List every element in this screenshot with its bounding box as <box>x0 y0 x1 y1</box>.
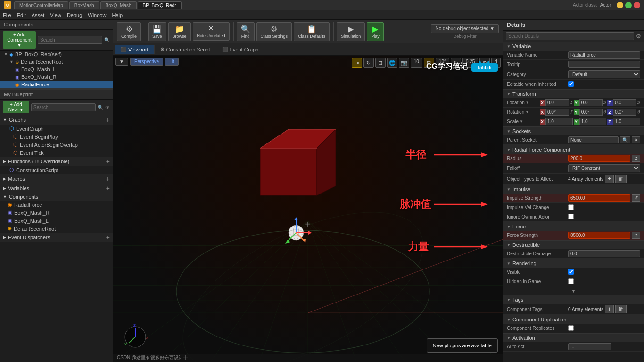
menu-file[interactable]: File <box>3 12 11 18</box>
settings-icon[interactable]: ⚙ <box>636 33 641 40</box>
components-bp-section[interactable]: ▼ Components <box>0 193 113 201</box>
impulse-strength-input[interactable] <box>568 194 630 202</box>
radius-reset-button[interactable]: ↺ <box>632 155 640 162</box>
destructible-damage-input[interactable] <box>568 250 640 257</box>
menu-view[interactable]: View <box>50 12 61 18</box>
tree-item-self[interactable]: ▼ ◆ BP_BoxQ_Red(self) <box>0 51 113 58</box>
variable-name-input[interactable] <box>568 51 640 59</box>
constructionscript-item[interactable]: ⬡ ConstructionScript <box>0 166 113 174</box>
reset-icon[interactable]: ↺ <box>569 100 573 105</box>
hide-unrelated-button[interactable]: 👁 Hide Unrelated <box>193 22 230 41</box>
blueprint-search-input[interactable] <box>31 103 96 111</box>
rendering-section-header[interactable]: ▼ Rendering <box>503 259 644 268</box>
find-button[interactable]: 🔍 Find <box>237 22 255 41</box>
play-button[interactable]: ▶ Play <box>367 22 384 41</box>
rotation-dropdown-arrow[interactable]: ▼ <box>525 110 529 114</box>
destructible-section-header[interactable]: ▼ Destructible <box>503 241 644 249</box>
eye-icon[interactable]: 👁 <box>105 105 110 110</box>
falloff-select[interactable]: RIF Constant <box>568 164 640 172</box>
simulation-button[interactable]: ▶ Simulation <box>337 22 365 41</box>
rotation-x-input[interactable] <box>545 109 569 116</box>
maximize-button[interactable] <box>625 2 632 8</box>
class-defaults-button[interactable]: 📋 Class Defaults <box>294 22 330 41</box>
construction-script-tab[interactable]: ⚙ Construction Script <box>155 45 216 54</box>
tab-motioncontrollermap[interactable]: MotionControllerMap <box>14 1 68 9</box>
location-z-input[interactable] <box>613 99 636 106</box>
menu-help[interactable]: Help <box>112 12 123 18</box>
rendering-expand-arrow[interactable]: ▼ <box>571 288 576 294</box>
tab-bpboxqredr[interactable]: BP_BoxQ_Redr <box>138 1 182 9</box>
transform-section-header[interactable]: ▼ Transform <box>503 90 644 98</box>
menu-window[interactable]: Window <box>88 12 106 18</box>
compile-button[interactable]: ⚙ Compile <box>117 22 141 41</box>
scale-x-input[interactable] <box>545 118 573 125</box>
remove-array-button[interactable]: 🗑 <box>615 175 627 183</box>
socket-search-button[interactable]: 🔍 <box>620 136 630 143</box>
rotate-button[interactable]: ↻ <box>363 58 374 68</box>
menu-asset[interactable]: Asset <box>32 12 45 18</box>
visible-checkbox[interactable] <box>568 269 574 275</box>
graphs-section[interactable]: ▼ Graphs + <box>0 115 113 125</box>
comp-defaultsceneroot[interactable]: ⊕ DefaultSceneRoot <box>0 225 113 233</box>
event-dispatchers-section[interactable]: ▶ Event Dispatchers + <box>0 233 113 242</box>
viewport-tab[interactable]: ⬛ Viewport <box>115 45 155 54</box>
scale-dropdown-arrow[interactable]: ▼ <box>520 119 523 124</box>
activation-section-header[interactable]: ▼ Activation <box>503 334 644 342</box>
reset-icon[interactable]: ↺ <box>569 109 573 115</box>
event-tick-item[interactable]: ⬡ Event Tick <box>0 149 113 157</box>
reset-icon[interactable]: ↺ <box>603 109 606 115</box>
ignore-owning-checkbox[interactable] <box>568 214 574 219</box>
variable-section-header[interactable]: ▼ Variable <box>503 42 644 51</box>
force-section-header[interactable]: ▼ Force <box>503 222 644 231</box>
functions-section[interactable]: ▶ Functions (18 Overridable) + <box>0 157 113 166</box>
tree-item-defaultsceneroot[interactable]: ▼ ⊕ DefaultSceneRoot <box>0 58 113 66</box>
replication-section-header[interactable]: ▼ Component Replication <box>503 315 644 324</box>
add-array-button[interactable]: + <box>605 175 614 183</box>
tree-item-radialforce[interactable]: ◉ RadialForce <box>0 81 113 88</box>
comp-boxqmashl[interactable]: ▣ BoxQ_Mash_L <box>0 217 113 225</box>
minimize-button[interactable] <box>617 2 623 8</box>
force-reset-button[interactable]: ↺ <box>632 232 640 239</box>
add-new-button[interactable]: + Add New ▼ <box>3 101 29 113</box>
remove-tag-button[interactable]: 🗑 <box>615 305 627 313</box>
tree-item-boxqmashl[interactable]: ▣ BoxQ_Mash_L <box>0 66 113 73</box>
parent-socket-input[interactable] <box>568 136 619 143</box>
new-plugins-notification[interactable]: New plugins are available <box>427 338 498 353</box>
translate-button[interactable]: ⇥ <box>352 58 362 68</box>
tooltip-input[interactable] <box>568 61 640 68</box>
3d-viewport[interactable]: + ▼ Perspective Lit ⇥ ↻ ⊞ 🌐 📷 10 ⊞ 10° ↻… <box>113 56 503 362</box>
impulse-reset-button[interactable]: ↺ <box>632 194 640 202</box>
editable-checkbox[interactable] <box>568 81 574 87</box>
add-graph-button[interactable]: + <box>106 116 110 124</box>
add-function-button[interactable]: + <box>106 158 110 165</box>
event-actoroverlap-item[interactable]: ⬡ Event ActorBeginOverlap <box>0 141 113 149</box>
component-replicates-checkbox[interactable] <box>568 325 574 331</box>
details-search-input[interactable] <box>506 32 634 40</box>
eventgraph-item[interactable]: ⬡ EventGraph <box>0 125 113 133</box>
save-button[interactable]: 💾 Save <box>148 22 166 41</box>
impulse-section-header[interactable]: ▼ Impulse <box>503 185 644 194</box>
location-y-input[interactable] <box>579 99 603 106</box>
category-select[interactable]: Default <box>568 70 640 78</box>
camera-speed-button[interactable]: 📷 <box>399 58 409 68</box>
sockets-section-header[interactable]: ▼ Sockets <box>503 127 644 135</box>
close-button[interactable] <box>634 2 640 8</box>
lit-button[interactable]: Lit <box>165 58 179 66</box>
auto-activate-input[interactable] <box>568 343 611 350</box>
rotation-z-input[interactable] <box>613 109 636 116</box>
tags-section-header[interactable]: ▼ Tags <box>503 295 644 304</box>
scale-z-input[interactable] <box>613 118 640 125</box>
reset-icon[interactable]: ↺ <box>636 109 640 115</box>
add-component-button[interactable]: + Add Component ▼ <box>3 31 36 49</box>
perspective-button[interactable]: Perspective <box>130 58 163 66</box>
reset-icon[interactable]: ↺ <box>636 100 640 105</box>
add-macro-button[interactable]: + <box>106 175 110 183</box>
menu-edit[interactable]: Edit <box>17 12 26 18</box>
variables-section[interactable]: ▶ Variables + <box>0 184 113 193</box>
event-beginplay-item[interactable]: ⬡ Event BeginPlay <box>0 133 113 141</box>
impulse-vel-checkbox[interactable] <box>568 204 574 210</box>
rotation-y-input[interactable] <box>579 109 603 116</box>
viewport-options-button[interactable]: ▼ <box>115 58 128 66</box>
scale-y-input[interactable] <box>579 118 607 125</box>
tab-boxqmash[interactable]: BoxQ_Mash <box>100 1 137 9</box>
